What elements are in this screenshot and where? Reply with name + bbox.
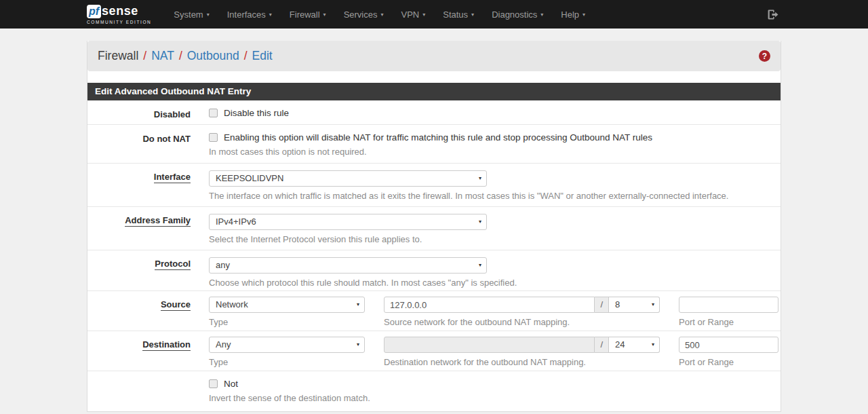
nav-item-status[interactable]: Status ▾ — [434, 0, 483, 29]
breadcrumb-nat[interactable]: NAT — [151, 49, 174, 63]
do-not-nat-checkbox-label: Enabling this option will disable NAT fo… — [224, 132, 652, 143]
not-help: Invert the sense of the destination matc… — [209, 393, 777, 403]
breadcrumb-firewall: Firewall — [98, 49, 138, 63]
interface-help: The interface on which traffic is matche… — [209, 191, 777, 201]
disabled-label: Disabled — [87, 100, 209, 124]
pfsense-logo-sense: sense — [102, 4, 138, 18]
protocol-select[interactable]: any ▾ — [209, 257, 487, 274]
destination-label: Destination — [87, 331, 209, 371]
chevron-down-icon: ▾ — [357, 337, 359, 352]
source-type-select[interactable]: Network ▾ — [209, 297, 365, 313]
chevron-down-icon: ▾ — [207, 12, 210, 18]
destination-type-help: Type — [209, 357, 365, 367]
breadcrumb-separator: / — [138, 49, 151, 63]
not-row: Not Invert the sense of the destination … — [87, 371, 781, 411]
chevron-down-icon: ▾ — [583, 12, 585, 18]
not-checkbox[interactable] — [209, 379, 218, 388]
breadcrumb-separator: / — [239, 49, 252, 63]
source-row: Source Network ▾ Type / — [87, 291, 781, 331]
source-network-input[interactable] — [384, 297, 595, 313]
nav-item-interfaces[interactable]: Interfaces ▾ — [218, 0, 281, 29]
do-not-nat-checkbox[interactable] — [209, 133, 218, 142]
do-not-nat-label: Do not NAT — [87, 125, 209, 163]
pfsense-logo-subtitle: COMMUNITY EDITION — [87, 20, 151, 24]
breadcrumb-edit[interactable]: Edit — [252, 49, 273, 63]
destination-port-input[interactable] — [679, 337, 778, 353]
address-family-select[interactable]: IPv4+IPv6 ▾ — [209, 214, 487, 230]
pfsense-logo-pf: pf — [87, 5, 101, 18]
protocol-row: Protocol any ▾ Choose which protocol thi… — [87, 250, 781, 291]
chevron-down-icon: ▾ — [540, 12, 543, 18]
nav-item-firewall[interactable]: Firewall ▾ — [281, 0, 335, 29]
top-navbar: pf sense COMMUNITY EDITION System ▾ Inte… — [0, 0, 868, 29]
breadcrumb-outbound[interactable]: Outbound — [187, 49, 239, 63]
source-network-help: Source network for the outbound NAT mapp… — [384, 317, 660, 327]
content-container: Firewall / NAT / Outbound / Edit ? Edit … — [87, 41, 781, 412]
not-checkbox-label: Not — [224, 379, 238, 389]
source-label: Source — [87, 291, 209, 331]
interface-row: Interface KEEPSOLIDVPN ▾ The interface o… — [87, 164, 781, 207]
source-port-input[interactable] — [679, 297, 778, 313]
chevron-down-icon: ▾ — [652, 337, 654, 352]
nav-item-services[interactable]: Services ▾ — [335, 0, 393, 29]
pfsense-logo[interactable]: pf sense COMMUNITY EDITION — [87, 4, 151, 24]
chevron-down-icon: ▾ — [479, 171, 481, 186]
interface-select[interactable]: KEEPSOLIDVPN ▾ — [209, 170, 487, 187]
address-family-label: Address Family — [87, 207, 209, 250]
destination-type-select[interactable]: Any ▾ — [209, 337, 365, 353]
nav-item-vpn[interactable]: VPN ▾ — [393, 0, 435, 29]
mask-separator: / — [595, 297, 609, 313]
disable-rule-checkbox[interactable] — [209, 109, 218, 117]
chevron-down-icon: ▾ — [323, 12, 326, 18]
sign-out-icon[interactable] — [764, 9, 781, 20]
chevron-down-icon: ▾ — [479, 214, 481, 229]
chevron-down-icon: ▾ — [380, 12, 383, 18]
breadcrumb-separator: / — [174, 49, 187, 63]
destination-network-input — [384, 337, 595, 353]
address-family-row: Address Family IPv4+IPv6 ▾ Select the In… — [87, 207, 781, 250]
nav-item-help[interactable]: Help ▾ — [552, 0, 594, 29]
chevron-down-icon: ▾ — [652, 297, 654, 312]
address-family-help: Select the Internet Protocol version thi… — [209, 234, 777, 244]
nav-item-system[interactable]: System ▾ — [165, 0, 218, 29]
protocol-label: Protocol — [87, 250, 209, 290]
chevron-down-icon: ▾ — [479, 258, 481, 273]
breadcrumb: Firewall / NAT / Outbound / Edit ? — [87, 41, 781, 71]
destination-mask-select[interactable]: 24 ▾ — [609, 337, 660, 353]
source-port-help: Port or Range — [679, 317, 778, 327]
disable-rule-checkbox-label: Disable this rule — [224, 108, 289, 118]
destination-port-help: Port or Range — [679, 357, 778, 367]
destination-network-help: Destination network for the outbound NAT… — [384, 357, 660, 367]
chevron-down-icon: ▾ — [269, 12, 272, 18]
chevron-down-icon: ▾ — [357, 297, 359, 312]
chevron-down-icon: ▾ — [422, 12, 425, 18]
source-type-help: Type — [209, 317, 365, 327]
nav-item-diagnostics[interactable]: Diagnostics ▾ — [483, 0, 552, 29]
destination-row: Destination Any ▾ Type / — [87, 331, 781, 371]
panel-title: Edit Advanced Outbound NAT Entry — [87, 83, 781, 100]
interface-label: Interface — [87, 164, 209, 206]
protocol-help: Choose which protocol this rule should m… — [209, 278, 777, 288]
do-not-nat-row: Do not NAT Enabling this option will dis… — [87, 125, 781, 164]
do-not-nat-help: In most cases this option is not require… — [209, 147, 777, 157]
disabled-row: Disabled Disable this rule — [87, 100, 781, 125]
mask-separator: / — [595, 337, 609, 353]
chevron-down-icon: ▾ — [471, 12, 474, 18]
help-icon[interactable]: ? — [759, 50, 770, 62]
source-mask-select[interactable]: 8 ▾ — [609, 297, 660, 313]
edit-nat-panel: Edit Advanced Outbound NAT Entry Disable… — [87, 83, 781, 411]
